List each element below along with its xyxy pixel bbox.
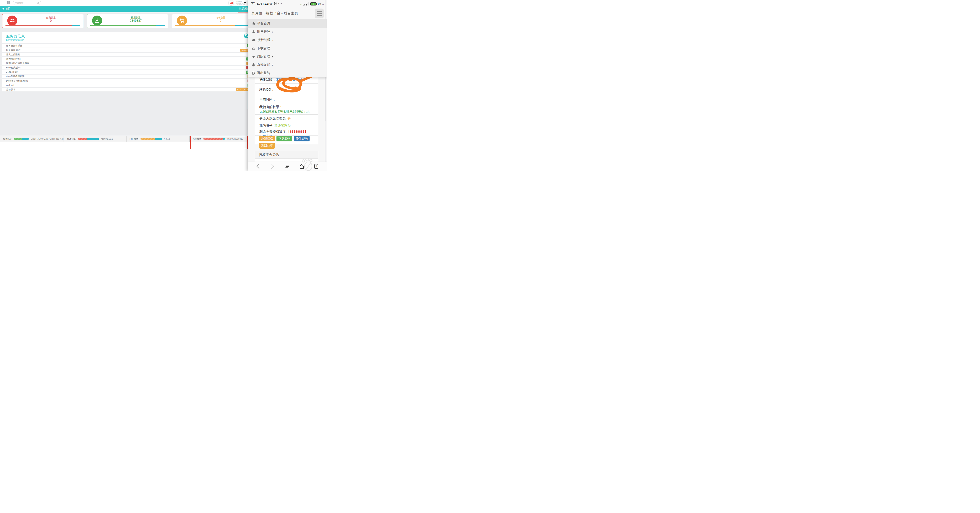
asterisk-icon — [252, 63, 255, 67]
edge-sliver — [248, 11, 248, 22]
nav-tabs-button[interactable]: 3 — [313, 163, 320, 170]
action-buttons-row: 添加授权 下载源码 修改密码 返回首页 — [255, 136, 318, 144]
apps-grid-icon[interactable] — [7, 1, 10, 5]
tab-count: 3 — [314, 164, 318, 169]
identity-row: 我的身份: 超级管理员 — [255, 122, 318, 129]
hamburger-menu-button[interactable] — [315, 8, 324, 18]
menu-item-piracy-management[interactable]: 盗版管理▾ — [248, 52, 327, 61]
mobile-title-bar: 九月旗下授权平台 - 后台主页 — [248, 8, 327, 19]
current-time-row: 当前时间： — [255, 95, 318, 104]
bind-link[interactable]: 未绑定（点击绑定） — [276, 77, 305, 81]
mail-button[interactable] — [229, 0, 234, 5]
time-label: 当前时间： — [259, 97, 276, 102]
back-home-button[interactable]: 返回首页 — [259, 143, 275, 149]
mobile-time-and-speed: 下午3:08 | 1.3K/s — [251, 2, 272, 6]
home-icon — [252, 22, 255, 25]
server-info-subtitle: Server information — [6, 39, 253, 41]
stat-progress — [175, 25, 250, 26]
menu-item-logout[interactable]: 退出登陆 — [248, 69, 327, 77]
qq-label: 站长QQ： — [259, 87, 274, 92]
browser-bottom-nav: 3 — [248, 162, 327, 171]
stat-value: 0 — [191, 19, 251, 22]
server-row: 脚本运行占用最大内存:128M — [2, 61, 253, 65]
user-icon — [252, 30, 255, 33]
video-search-box[interactable] — [13, 1, 41, 5]
menu-item-user-management[interactable]: 用户管理▾ — [248, 28, 327, 36]
server-row: PHP程式版本:7.3.12 — [2, 66, 253, 70]
alarm-clock-icon — [274, 2, 277, 5]
edge-sliver — [248, 23, 248, 30]
heart-icon — [252, 55, 255, 58]
stat-label: 会员数量 — [21, 16, 81, 19]
menu-item-system-settings[interactable]: 系统设置▾ — [248, 61, 327, 69]
menu-item-platform-home[interactable]: 平台首页 — [248, 19, 327, 28]
logout-icon — [252, 71, 255, 75]
server-row: 最大执行时间:300秒 — [2, 57, 253, 61]
super-admin-value: 是 — [288, 116, 291, 121]
mobile-status-bar: 下午3:08 | 1.3K/s ··· 4G 94 % — [248, 0, 327, 8]
status-segment-php: PHP版本 7.3.12 — [127, 136, 189, 141]
os-progress-bar — [14, 138, 29, 140]
page-title: 九月旗下授权平台 - 后台主页 — [251, 11, 298, 16]
stat-label: 订单数量 — [191, 16, 251, 19]
server-info-title: 服务器信息 — [6, 34, 253, 39]
identity-value: 超级管理员 — [274, 123, 291, 128]
server-row: data目录权限检测:可写 — [2, 75, 253, 78]
stat-card-videos[interactable]: 视频数量 2349387 — [87, 14, 168, 28]
red-annotation-rectangle — [190, 136, 248, 149]
caret-down-icon: ▾ — [272, 31, 273, 33]
status-segment-engine: 解译引擎 nginx/1.16.1 — [64, 136, 127, 141]
users-icon — [7, 16, 18, 25]
stat-label: 视频数量 — [106, 16, 166, 19]
stat-card-members[interactable]: 会员数量 0 — [2, 14, 83, 28]
nav-forward-button[interactable] — [269, 163, 276, 170]
server-info-header: 服务器信息 Server information — [2, 32, 253, 43]
mobile-dropdown-menu: 平台首页 用户管理▾ 授权管理▾ 下载管理 盗版管理▾ 系统设置▾ — [248, 19, 327, 77]
server-row: 当前版本:v7.0.0-20200310 — [2, 88, 253, 91]
download-icon — [92, 16, 102, 25]
quick-login-label: 快捷登陆： — [259, 77, 276, 81]
server-row: ZEND版本:3.3.12 — [2, 70, 253, 74]
server-info-panel: 服务器信息 Server information 服务器操作系统Linux 服务… — [2, 32, 253, 91]
notice-title: 授权平台公告 — [255, 151, 318, 159]
nav-home-tab[interactable]: 首页 — [0, 7, 10, 10]
caret-down-icon: ▾ — [272, 39, 274, 41]
php-progress-bar — [140, 138, 162, 140]
menu-item-download-management[interactable]: 下载管理 — [248, 44, 327, 52]
screenshot-root: admin 管理员设置 首页 系统概览 会员数量 0 视频数量 2349387 — [0, 0, 327, 171]
add-auth-button[interactable]: 添加授权 — [259, 136, 275, 141]
download-source-button[interactable]: 下载源码 — [277, 136, 292, 141]
stat-value: 0 — [21, 19, 81, 22]
stat-progress — [5, 25, 80, 26]
change-password-button[interactable]: 修改密码 — [294, 136, 310, 141]
signal-bars-icon-small — [303, 4, 305, 5]
mail-icon — [230, 2, 232, 4]
edge-sliver — [248, 75, 248, 109]
super-admin-row: 是否为超级管理员: 是 — [255, 115, 318, 122]
signal-bars-icon — [306, 2, 309, 5]
status-segment-os: 操作系统 Linux (3.10.0-229.7.2.el7 x86_64) — [0, 136, 64, 141]
battery-icon — [310, 2, 317, 5]
nav-home-button[interactable] — [298, 163, 305, 170]
search-icon — [37, 2, 39, 4]
chevron-down-icon[interactable] — [244, 2, 246, 3]
server-row: system目录权限检测:可写 — [2, 79, 253, 83]
stat-card-orders[interactable]: 订单数量 0 — [172, 14, 253, 28]
caret-down-icon: ▾ — [272, 56, 273, 58]
menu-item-auth-management[interactable]: 授权管理▾ — [248, 36, 327, 44]
perm-label: 我拥有的权限： — [259, 105, 282, 109]
nav-back-button[interactable] — [255, 163, 261, 170]
home-outline-icon — [299, 164, 304, 169]
quota-value: 【88888888】 — [286, 129, 308, 134]
nav-menu-button[interactable] — [284, 163, 291, 170]
battery-percent: 94 — [318, 2, 321, 5]
server-row: 最大上传限制:50M — [2, 52, 253, 56]
mobile-screenshot-panel: 下午3:08 | 1.3K/s ··· 4G 94 % 九月旗下授权平台 - 后… — [248, 0, 327, 171]
search-input[interactable] — [15, 2, 37, 4]
thumbs-up-icon — [252, 47, 255, 50]
menu-lines-icon — [285, 164, 290, 168]
more-dots-icon: ··· — [278, 2, 283, 5]
edge-sliver — [248, 47, 248, 59]
webmaster-qq-row: 站长QQ： — [255, 84, 318, 95]
perm-value — [282, 105, 283, 109]
